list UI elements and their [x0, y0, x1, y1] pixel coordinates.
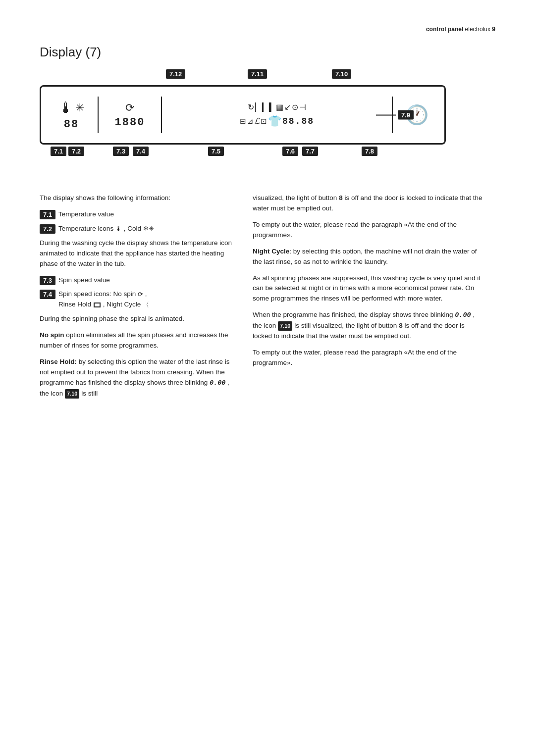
label-711: 7.11	[248, 69, 267, 79]
right-para3: As all spinning phases are suppressed, t…	[253, 273, 485, 304]
arrow-line	[376, 114, 396, 115]
label-72-bot: 7.2	[68, 147, 84, 156]
circle-arrow-icon: ⊙	[292, 102, 298, 112]
item-71-badge: 7.1	[40, 210, 55, 219]
arrow-down-icon: ↙	[284, 102, 291, 112]
bar1-icon: ▏	[255, 102, 261, 112]
night-cycle-inline-icon: 〈	[143, 300, 149, 310]
rinse-hold-para: Rinse Hold: by selecting this option the…	[40, 357, 233, 399]
cycle-icon: ↻	[248, 102, 254, 112]
button-8-ref1: 8	[339, 194, 343, 202]
content-area: The display shows the following informat…	[40, 193, 485, 405]
left-column: The display shows the following informat…	[40, 193, 233, 405]
right-seg: 0.00	[455, 311, 471, 319]
temp-icon-row: 🌡 ✳	[58, 100, 84, 116]
label-79: 7.9	[398, 110, 414, 120]
no-spin-text: option eliminates all the spin phases an…	[40, 331, 228, 349]
right-badge-710: 7.10	[278, 321, 292, 331]
night-cycle-term: Night Cycle	[253, 248, 289, 255]
page-title: Display (7)	[40, 45, 101, 60]
spin-icon: ⟳	[125, 101, 134, 114]
page-header: control panel electrolux 9	[426, 26, 495, 33]
bottom-labels: 7.1 7.2 7.3 7.4 7.5 7.6 7.7 7.8	[40, 147, 446, 162]
item-73-row: 7.3 Spin speed value	[40, 275, 233, 286]
spin-icon-row: ⟳	[125, 101, 134, 114]
right-para4: When the programme has finished, the dis…	[253, 310, 485, 342]
seg-display-1: 88	[64, 118, 79, 131]
label-77-bot: 7.7	[302, 147, 318, 156]
seg-display-3: 88.88	[282, 116, 314, 126]
seg-display-2: 1880	[115, 116, 145, 129]
right-para2: To empty out the water, please read the …	[253, 220, 485, 241]
label-78-bot: 7.8	[362, 147, 377, 156]
heating-para: During the washing cycle the display sho…	[40, 238, 233, 269]
item-72-row: 7.2 Temperature icons 🌡 , Cold ❄✳	[40, 224, 233, 234]
grid-icon: ▦	[276, 102, 283, 112]
item-72-text: Temperature icons 🌡 , Cold ❄✳	[58, 224, 154, 234]
item-71-row: 7.1 Temperature value	[40, 209, 233, 220]
header-brand: electrolux	[465, 26, 490, 33]
section-temp: 🌡 ✳ 88	[49, 94, 94, 136]
item-74-text: Spin speed icons: No spin ⟳ , Rinse Hold…	[58, 289, 149, 310]
plug-icon: ⊣	[299, 102, 306, 112]
right-column: visualized, the light of button 8 is off…	[253, 193, 485, 405]
item-74-row: 7.4 Spin speed icons: No spin ⟳ , Rinse …	[40, 289, 233, 310]
label-73-bot: 7.3	[113, 147, 129, 156]
label-76-bot: 7.6	[282, 147, 298, 156]
thermometer-inline-icon: 🌡	[115, 224, 122, 234]
display-diagram: 7.12 7.11 7.10 🌡 ✳ 88 ⟳ 1880 ↻ ▏	[40, 69, 485, 162]
thermometer-icon: 🌡	[58, 100, 73, 116]
label-74-bot: 7.4	[133, 147, 149, 156]
rinse-hold-inline-icon	[94, 302, 101, 307]
arrow-icon2: ⊿	[247, 117, 254, 126]
night-cycle-para: Night Cycle: by selecting this option, t…	[253, 247, 485, 267]
page-number: 9	[492, 26, 495, 33]
section-spin: ⟳ 1880	[103, 94, 157, 136]
item-73-badge: 7.3	[40, 276, 55, 285]
top-labels: 7.12 7.11 7.10	[40, 69, 446, 83]
divider-1	[98, 97, 99, 133]
snowflake-icon: ✳	[75, 101, 84, 114]
bar2-icon: ▎	[262, 102, 268, 112]
section-middle: ↻ ▏ ▎ ▍ ▦ ↙ ⊙ ⊣ ⊟ ⊿ 𝓛 ⊡ 👕 88.88	[166, 94, 388, 136]
cold-inline-icon: ❄✳	[143, 224, 154, 234]
bar3-icon: ▍	[269, 102, 275, 112]
right-para5: To empty out the water, please read the …	[253, 348, 485, 368]
rinse-hold-seg: 0.00	[210, 379, 225, 387]
item-71-text: Temperature value	[58, 209, 114, 220]
header-label: control panel	[426, 26, 463, 33]
arrow-79: 7.9	[376, 110, 414, 120]
item-72-badge: 7.2	[40, 224, 55, 234]
no-spin-term: No spin	[40, 331, 64, 339]
intro-para: The display shows the following informat…	[40, 193, 233, 203]
rinse-hold-badge: 7.10	[65, 389, 79, 399]
garment-icon: 𝓛	[255, 116, 260, 126]
label-712: 7.12	[166, 69, 185, 79]
wash-icon: ⊟	[240, 117, 246, 126]
divider-2	[161, 97, 162, 133]
label-710: 7.10	[332, 69, 351, 79]
box-icon: ⊡	[261, 117, 267, 126]
shirt-icon: 👕	[268, 115, 281, 128]
rinse-hold-term: Rinse Hold:	[40, 358, 77, 365]
item-73-text: Spin speed value	[58, 275, 110, 286]
no-spin-inline-icon: ⟳	[138, 290, 143, 300]
display-box: 🌡 ✳ 88 ⟳ 1880 ↻ ▏ ▎ ▍ ▦ ↙ ⊙	[40, 85, 446, 145]
button-8-ref2: 8	[399, 322, 403, 329]
right-para1: visualized, the light of button 8 is off…	[253, 193, 485, 214]
rinse-hold-text3: is still	[81, 390, 98, 397]
label-71-bot: 7.1	[51, 147, 66, 156]
no-spin-para: No spin option eliminates all the spin p…	[40, 330, 233, 351]
bottom-icons-row: ⊟ ⊿ 𝓛 ⊡ 👕 88.88	[240, 115, 314, 128]
item-74-badge: 7.4	[40, 290, 55, 299]
label-75-bot: 7.5	[208, 147, 224, 156]
top-icons-row: ↻ ▏ ▎ ▍ ▦ ↙ ⊙ ⊣	[248, 102, 306, 112]
spiral-para: During the spinning phase the spiral is …	[40, 314, 233, 324]
